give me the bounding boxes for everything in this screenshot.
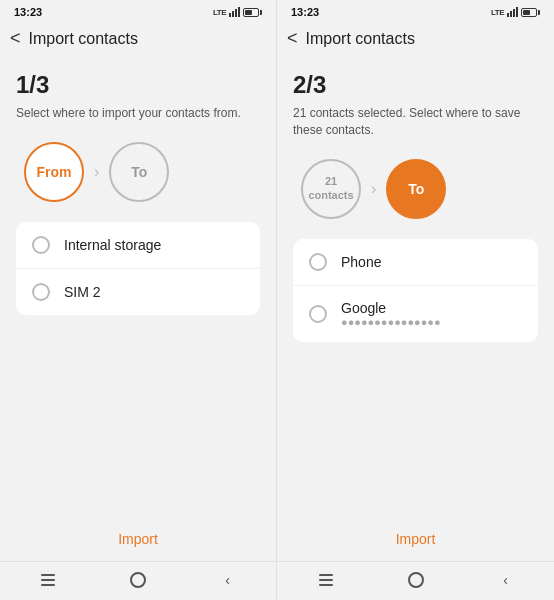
- nav-back-1[interactable]: ‹: [213, 570, 243, 590]
- from-circle-1: From: [24, 142, 84, 202]
- panel-1: 13:23 LTE < Import contacts 1/3 Select w…: [0, 0, 277, 600]
- status-bar-2: 13:23 LTE: [277, 0, 554, 22]
- status-icons-1: LTE: [213, 7, 262, 17]
- content-1: 1/3 Select where to import your contacts…: [0, 57, 276, 323]
- nav-home-1[interactable]: [130, 572, 146, 588]
- status-icons-2: LTE: [491, 7, 540, 17]
- option-label-phone: Phone: [341, 254, 381, 270]
- status-bar-1: 13:23 LTE: [0, 0, 276, 22]
- radio-sim2[interactable]: [32, 283, 50, 301]
- battery-1: [243, 8, 262, 17]
- signal-bars-2: [507, 7, 518, 17]
- chevron-1: ›: [94, 163, 99, 181]
- bottom-action-2: Import: [277, 515, 554, 561]
- page-title-1: Import contacts: [29, 30, 138, 48]
- nav-back-2[interactable]: ‹: [491, 570, 521, 590]
- chevron-2: ›: [371, 180, 376, 198]
- back-button-1[interactable]: <: [10, 28, 21, 49]
- nav-bar-1: ‹: [0, 561, 276, 600]
- option-label-google: Google: [341, 300, 441, 316]
- options-list-1: Internal storage SIM 2: [16, 222, 260, 315]
- option-sim2[interactable]: SIM 2: [16, 269, 260, 315]
- step-desc-1: Select where to import your contacts fro…: [16, 105, 260, 122]
- option-phone[interactable]: Phone: [293, 239, 538, 286]
- content-2: 2/3 21 contacts selected. Select where t…: [277, 57, 554, 350]
- import-button-2[interactable]: Import: [376, 525, 456, 553]
- top-bar-2: < Import contacts: [277, 22, 554, 57]
- panel-2: 13:23 LTE < Import contacts 2/3 21 conta…: [277, 0, 554, 600]
- step-label-1: 1/3: [16, 71, 260, 99]
- bottom-action-1: Import: [0, 515, 276, 561]
- wizard-steps-2: 21 contacts › To: [293, 159, 538, 219]
- nav-bar-2: ‹: [277, 561, 554, 600]
- import-button-1[interactable]: Import: [98, 525, 178, 553]
- options-list-2: Phone Google ●●●●●●●●●●●●●●●: [293, 239, 538, 342]
- option-label-internal-storage: Internal storage: [64, 237, 161, 253]
- top-bar-1: < Import contacts: [0, 22, 276, 57]
- google-account: ●●●●●●●●●●●●●●●: [341, 316, 441, 328]
- step-desc-2: 21 contacts selected. Select where to sa…: [293, 105, 538, 139]
- radio-google[interactable]: [309, 305, 327, 323]
- page-title-2: Import contacts: [306, 30, 415, 48]
- nav-home-2[interactable]: [408, 572, 424, 588]
- battery-2: [521, 8, 540, 17]
- nav-menu-2[interactable]: [311, 570, 341, 590]
- network-1: LTE: [213, 8, 226, 17]
- option-internal-storage[interactable]: Internal storage: [16, 222, 260, 269]
- to-circle-1: To: [109, 142, 169, 202]
- option-label-sim2: SIM 2: [64, 284, 101, 300]
- step-label-2: 2/3: [293, 71, 538, 99]
- option-google[interactable]: Google ●●●●●●●●●●●●●●●: [293, 286, 538, 342]
- network-2: LTE: [491, 8, 504, 17]
- to-circle-2: To: [386, 159, 446, 219]
- signal-bars-1: [229, 7, 240, 17]
- wizard-steps-1: From › To: [16, 142, 260, 202]
- radio-phone[interactable]: [309, 253, 327, 271]
- time-2: 13:23: [291, 6, 319, 18]
- time-1: 13:23: [14, 6, 42, 18]
- back-button-2[interactable]: <: [287, 28, 298, 49]
- nav-menu-1[interactable]: [33, 570, 63, 590]
- radio-internal-storage[interactable]: [32, 236, 50, 254]
- contacts-circle-2: 21 contacts: [301, 159, 361, 219]
